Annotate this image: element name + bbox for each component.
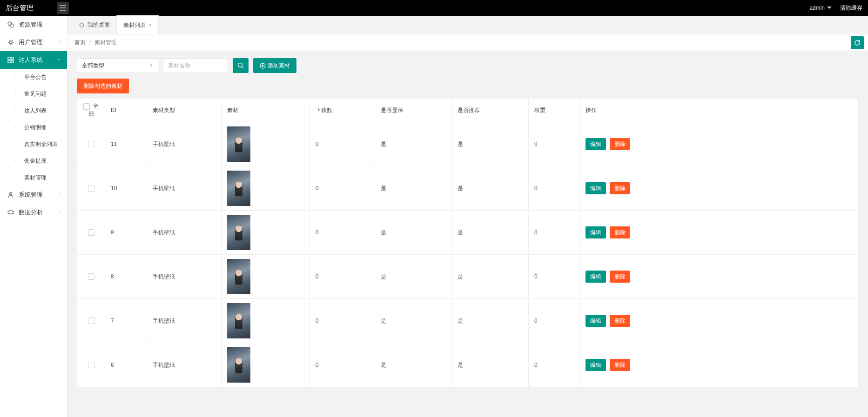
- cell-downloads: 0: [310, 166, 375, 211]
- tab-material-list[interactable]: 素材列表 ×: [117, 15, 159, 34]
- gear-icon: [7, 39, 15, 46]
- breadcrumb: 首页 / 素材管理: [67, 34, 868, 51]
- breadcrumb-home[interactable]: 首页: [74, 39, 86, 46]
- chevron-down-icon: ▼: [149, 63, 153, 68]
- sidebar-item-label: 素材管理: [24, 174, 47, 182]
- thumbnail-image[interactable]: [227, 126, 250, 162]
- edit-button[interactable]: 编辑: [585, 182, 606, 194]
- tab-desktop[interactable]: 我的桌面: [72, 15, 117, 34]
- button-label: 删除勾选的素材: [83, 82, 122, 90]
- edit-button[interactable]: 编辑: [585, 359, 606, 371]
- sidebar-sub-announcement[interactable]: 〉平台公告: [0, 69, 67, 86]
- cell-downloads: 0: [310, 211, 375, 255]
- sidebar-sub-material[interactable]: 〉素材管理: [0, 169, 67, 186]
- col-header-weight: 权重: [529, 99, 580, 122]
- cell-recommend: 是: [452, 255, 529, 299]
- sidebar-item-resource[interactable]: 资源管理 〈: [0, 16, 67, 33]
- col-header-downloads: 下载数: [310, 99, 375, 122]
- thumbnail-image[interactable]: [227, 215, 250, 250]
- col-header-all: 全部: [88, 103, 99, 117]
- col-header-ops: 操作: [580, 99, 859, 122]
- user-icon: [7, 192, 15, 198]
- table-row: 8手机壁纸0是是0编辑删除: [77, 255, 859, 299]
- home-icon: [79, 22, 85, 28]
- delete-selected-button[interactable]: 删除勾选的素材: [77, 79, 129, 93]
- chevron-right-icon: 〉: [14, 124, 19, 131]
- cell-show: 是: [375, 299, 452, 343]
- cell-thumb: [222, 166, 310, 211]
- select-all-checkbox[interactable]: [83, 103, 90, 110]
- edit-button[interactable]: 编辑: [585, 226, 606, 238]
- menu-toggle-button[interactable]: [57, 2, 69, 14]
- sidebar-sub-faq[interactable]: 〉常见问题: [0, 86, 67, 102]
- thumbnail-image[interactable]: [227, 347, 250, 383]
- cell-type: 手机壁纸: [147, 122, 222, 166]
- sidebar-item-analytics[interactable]: 数据分析 〈: [0, 204, 67, 221]
- clear-cache-link[interactable]: 清除缓存: [840, 4, 862, 12]
- edit-button[interactable]: 编辑: [585, 138, 606, 150]
- tab-label: 素材列表: [123, 21, 146, 29]
- cell-type: 手机壁纸: [147, 299, 222, 343]
- sidebar-item-users[interactable]: 用户管理 〈: [0, 33, 67, 51]
- edit-button[interactable]: 编辑: [585, 315, 606, 327]
- cell-downloads: 0: [310, 343, 375, 387]
- row-checkbox[interactable]: [88, 273, 94, 280]
- cell-recommend: 是: [452, 166, 529, 211]
- delete-button[interactable]: 删除: [610, 138, 630, 150]
- select-value: 全部类型: [82, 62, 104, 70]
- sidebar-sub-talent-list[interactable]: 〉达人列表: [0, 102, 67, 119]
- close-icon[interactable]: ×: [148, 22, 152, 28]
- sidebar-item-talent[interactable]: 达人系统 ﹀: [0, 51, 67, 69]
- add-material-button[interactable]: 添加素材: [253, 58, 296, 73]
- user-menu[interactable]: admin: [809, 5, 832, 11]
- row-checkbox[interactable]: [88, 141, 94, 147]
- sidebar-sub-distribution[interactable]: 〉分销明细: [0, 119, 67, 136]
- delete-button[interactable]: 删除: [610, 315, 630, 327]
- cell-thumb: [222, 211, 310, 255]
- cell-id: 10: [105, 166, 147, 211]
- button-label: 添加素材: [268, 62, 290, 70]
- cell-type: 手机壁纸: [147, 255, 222, 299]
- svg-rect-6: [11, 60, 13, 63]
- table-row: 10手机壁纸0是是0编辑删除: [77, 166, 859, 211]
- row-checkbox[interactable]: [88, 318, 94, 324]
- tab-label: 我的桌面: [87, 21, 110, 29]
- refresh-button[interactable]: [851, 36, 864, 49]
- cell-id: 8: [105, 255, 147, 299]
- sidebar-item-label: 达人列表: [24, 107, 47, 115]
- thumbnail-image[interactable]: [227, 171, 250, 206]
- col-header-show: 是否显示: [375, 99, 452, 122]
- svg-point-8: [238, 63, 242, 67]
- user-name: admin: [809, 5, 825, 11]
- thumbnail-image[interactable]: [227, 259, 250, 294]
- delete-button[interactable]: 删除: [610, 182, 630, 194]
- svg-rect-4: [11, 57, 13, 60]
- sidebar-sub-commission-list[interactable]: 〉真实佣金列表: [0, 136, 67, 152]
- row-checkbox[interactable]: [88, 362, 94, 368]
- search-button[interactable]: [233, 58, 249, 73]
- delete-button[interactable]: 删除: [610, 271, 630, 283]
- delete-button[interactable]: 删除: [610, 359, 630, 371]
- row-checkbox[interactable]: [88, 185, 94, 192]
- sidebar: 资源管理 〈 用户管理 〈 达人系统 ﹀ 〉平台公告 〉常见问题 〉达人列表 〉…: [0, 16, 67, 417]
- row-checkbox[interactable]: [88, 229, 94, 236]
- thumbnail-image[interactable]: [227, 303, 250, 338]
- chevron-left-icon: 〈: [57, 39, 61, 46]
- cell-downloads: 0: [310, 255, 375, 299]
- sidebar-item-label: 真实佣金列表: [24, 140, 58, 148]
- cell-weight: 0: [529, 211, 580, 255]
- chevron-right-icon: 〉: [14, 74, 19, 80]
- delete-button[interactable]: 删除: [610, 226, 630, 238]
- sidebar-sub-withdraw[interactable]: 〉佣金提现: [0, 152, 67, 169]
- chevron-left-icon: 〈: [57, 209, 61, 216]
- material-name-input[interactable]: [163, 58, 228, 73]
- cell-type: 手机壁纸: [147, 343, 222, 387]
- cell-show: 是: [375, 211, 452, 255]
- type-select[interactable]: 全部类型 ▼: [77, 58, 158, 73]
- edit-button[interactable]: 编辑: [585, 271, 606, 283]
- sidebar-item-label: 平台公告: [24, 73, 47, 81]
- table-row: 11手机壁纸0是是0编辑删除: [77, 122, 859, 166]
- sidebar-item-system[interactable]: 系统管理 〈: [0, 186, 67, 204]
- cell-id: 7: [105, 299, 147, 343]
- cell-thumb: [222, 343, 310, 387]
